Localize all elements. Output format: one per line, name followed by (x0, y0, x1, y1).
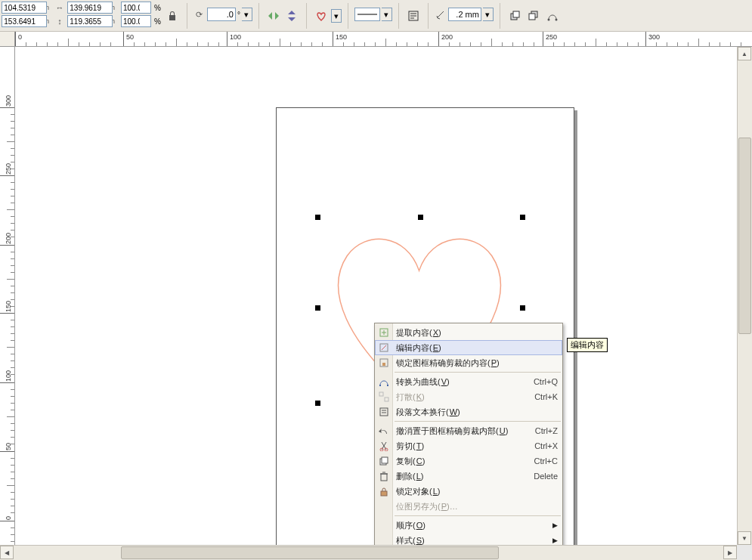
line-style-caret[interactable]: ▾ (382, 8, 392, 21)
svg-rect-19 (380, 408, 388, 416)
to-back-button[interactable] (525, 8, 541, 24)
context-menu-item[interactable]: 锁定图框精确剪裁的内容(P) (375, 355, 562, 370)
heart-shape-button[interactable] (313, 8, 330, 24)
v-ruler-tick: 250 (0, 175, 14, 176)
width-input[interactable] (67, 2, 113, 14)
context-menu-item[interactable]: 删除(L)Delete (375, 469, 562, 484)
blank-icon (377, 534, 391, 545)
selection-handle[interactable] (315, 305, 320, 311)
height-input[interactable] (67, 15, 113, 27)
context-menu-item[interactable]: 样式(S)▶ (375, 533, 562, 545)
selection-handle[interactable] (315, 401, 320, 406)
horizontal-scrollbar[interactable]: ◀ ▶ (0, 545, 737, 560)
tooltip: 编辑内容 (567, 338, 608, 352)
v-ruler-tick: 50 (0, 451, 14, 452)
line-width-dropdown[interactable]: ▾ (483, 8, 494, 21)
context-menu-item-label: 位图另存为(P)… (396, 501, 558, 512)
context-menu-separator (395, 421, 561, 422)
context-menu-item[interactable]: 转换为曲线(V)Ctrl+Q (375, 374, 562, 389)
context-menu-separator (395, 515, 561, 516)
context-menu: 提取内容(X)编辑内容(E)锁定图框精确剪裁的内容(P)转换为曲线(V)Ctrl… (374, 323, 563, 545)
ruler-origin[interactable] (0, 32, 15, 47)
context-menu-item[interactable]: 剪切(T)Ctrl+X (375, 438, 562, 453)
context-menu-item-label: 撤消置于图框精确剪裁内部(U) (396, 425, 532, 437)
wrap-text-button[interactable] (405, 8, 422, 24)
scroll-thumb-v[interactable] (738, 138, 751, 334)
rotate-icon: ⟳ (193, 8, 206, 20)
convert-curves-button[interactable] (544, 8, 561, 24)
mirror-v-button[interactable] (283, 8, 300, 24)
v-ruler-tick: 300 (0, 107, 14, 108)
line-width-input[interactable] (448, 8, 481, 21)
y-input[interactable] (2, 15, 47, 27)
height-icon: ↕ (54, 15, 66, 27)
selection-handle[interactable] (418, 215, 423, 220)
padlock-icon (377, 484, 391, 498)
cut-icon (377, 439, 391, 453)
context-menu-item[interactable]: 锁定对象(L) (375, 484, 562, 499)
rotation-dropdown[interactable]: ▾ (242, 8, 252, 21)
svg-point-10 (555, 19, 557, 21)
selection-handle[interactable] (520, 305, 525, 311)
selection-handle[interactable] (520, 215, 525, 220)
context-menu-item[interactable]: 撤消置于图框精确剪裁内部(U)Ctrl+Z (375, 423, 562, 438)
selection-handle[interactable] (315, 215, 320, 220)
position-group: mm mm (2, 2, 49, 27)
submenu-arrow-icon: ▶ (552, 537, 558, 544)
context-menu-item[interactable]: 复制(C)Ctrl+C (375, 453, 562, 469)
context-menu-item[interactable]: 提取内容(X) (375, 325, 562, 340)
scroll-down-button[interactable]: ▼ (738, 531, 751, 545)
svg-rect-8 (529, 14, 535, 20)
v-ruler-tick: 100 (0, 382, 14, 383)
context-menu-separator (395, 372, 561, 373)
context-menu-item[interactable]: 顺序(O)▶ (375, 518, 562, 533)
blank-icon (377, 518, 391, 532)
context-menu-item-label: 段落文本换行(W) (396, 407, 558, 418)
context-menu-shortcut: Ctrl+Z (535, 426, 558, 435)
context-menu-item: 打散(K)Ctrl+K (375, 389, 562, 404)
shape-dropdown[interactable]: ▾ (331, 9, 342, 23)
context-menu-item[interactable]: 编辑内容(E) (375, 340, 562, 355)
h-ruler-tick: 150 (333, 32, 333, 47)
svg-rect-26 (381, 474, 387, 481)
scroll-thumb-h[interactable] (121, 546, 499, 559)
line-style-dropdown[interactable] (354, 8, 380, 21)
blank-icon (377, 500, 391, 513)
separator (348, 3, 348, 29)
mirror-h-button[interactable] (265, 8, 282, 24)
degree-sign: ° (237, 11, 240, 19)
separator (187, 3, 187, 29)
canvas[interactable]: 提取内容(X)编辑内容(E)锁定图框精确剪裁的内容(P)转换为曲线(V)Ctrl… (15, 47, 737, 545)
context-menu-item-label: 编辑内容(E) (396, 342, 558, 354)
lock-ratio-button[interactable] (164, 8, 181, 24)
scroll-right-button[interactable]: ▶ (723, 546, 737, 559)
to-front-button[interactable] (506, 8, 523, 24)
copy-icon (377, 454, 391, 468)
vertical-scrollbar[interactable]: ▲ ▼ (737, 47, 752, 545)
context-menu-item-label: 剪切(T) (396, 441, 531, 452)
context-menu-shortcut: Delete (534, 472, 558, 481)
h-ruler-tick: 200 (438, 32, 439, 47)
rotation-input[interactable] (207, 8, 236, 21)
scale-x-input[interactable] (121, 2, 151, 14)
context-menu-shortcut: Ctrl+K (534, 392, 558, 401)
context-menu-item[interactable]: 段落文本换行(W) (375, 404, 562, 419)
horizontal-ruler[interactable]: 050100150200250300 (15, 32, 752, 47)
context-menu-item-label: 删除(L) (396, 471, 531, 482)
svg-rect-29 (381, 491, 387, 496)
extract-icon (377, 326, 391, 339)
lock-icon (377, 356, 391, 370)
context-menu-item-label: 锁定图框精确剪裁的内容(P) (396, 357, 558, 369)
context-menu-item-label: 提取内容(X) (396, 327, 558, 339)
scroll-left-button[interactable]: ◀ (0, 546, 14, 559)
scale-y-input[interactable] (121, 15, 151, 27)
x-input[interactable] (2, 2, 47, 14)
vertical-ruler[interactable]: 300250200150100500 (0, 47, 15, 545)
separator (258, 3, 259, 29)
context-menu-shortcut: Ctrl+C (534, 456, 558, 466)
svg-rect-15 (379, 385, 381, 386)
context-menu-item-label: 打散(K) (396, 391, 531, 403)
v-ruler-tick: 150 (0, 313, 14, 314)
svg-rect-14 (382, 363, 385, 366)
scroll-up-button[interactable]: ▲ (738, 47, 751, 60)
